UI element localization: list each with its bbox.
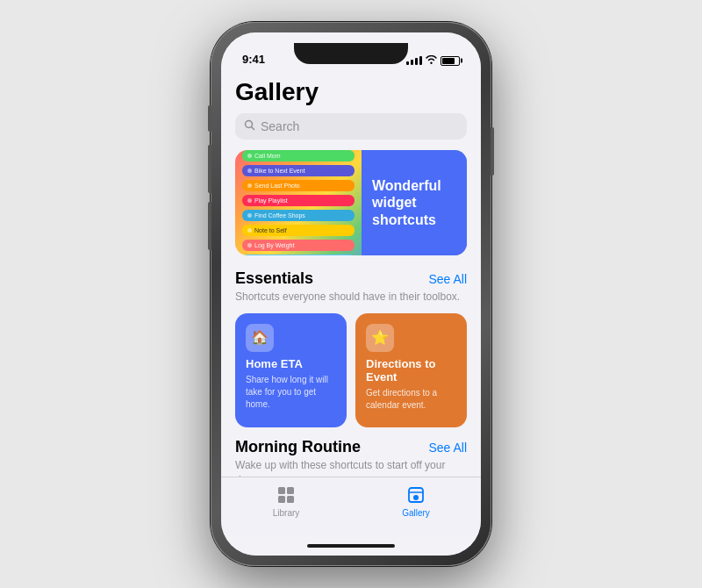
screen-content[interactable]: Gallery Search SHORTCUTS (221, 71, 481, 477)
gallery-icon (405, 484, 426, 506)
home-eta-icon: 🏠 (246, 324, 274, 352)
morning-routine-title: Morning Routine (235, 438, 361, 456)
morning-routine-desc: Wake up with these shortcuts to start of… (235, 458, 467, 477)
wifi-icon (426, 55, 437, 66)
status-icons (406, 55, 460, 66)
phone-frame: 9:41 (211, 22, 491, 566)
hero-title: Wonderful widget shortcuts (372, 177, 456, 228)
search-placeholder: Search (261, 119, 299, 133)
home-bar (307, 544, 395, 548)
volume-up-button (208, 145, 211, 193)
essentials-header: Essentials See All (235, 269, 467, 288)
hero-shortcuts-preview: SHORTCUTS Show Less Call Mom Bike to Nex… (235, 150, 362, 255)
search-bar[interactable]: Search (235, 113, 467, 140)
shortcut-pill: Bike to Next Event (242, 165, 355, 176)
morning-routine-header: Morning Routine See All (235, 438, 467, 456)
battery-icon (441, 56, 460, 66)
shortcut-pill: Remind Me Later (242, 255, 355, 256)
page-title: Gallery (221, 71, 481, 113)
tab-bar: Library Gallery (221, 477, 481, 536)
essentials-see-all[interactable]: See All (428, 272, 467, 286)
volume-down-button (208, 202, 211, 250)
essentials-title: Essentials (235, 269, 313, 288)
mute-button (208, 105, 211, 132)
phone-body: 9:41 (211, 22, 491, 566)
phone-screen: 9:41 (221, 32, 481, 556)
essentials-cards: 🏠 Home ETA Share how long it will take f… (235, 313, 467, 427)
tab-gallery[interactable]: Gallery (351, 484, 481, 518)
directions-card[interactable]: ⭐ Directions to Event Get directions to … (355, 313, 467, 427)
shortcut-pill: Play Playlist (242, 195, 355, 206)
power-button (491, 127, 494, 176)
svg-rect-2 (287, 487, 294, 494)
svg-point-7 (413, 495, 419, 500)
signal-icon (406, 56, 422, 65)
essentials-description: Shortcuts everyone should have in their … (235, 290, 467, 305)
essentials-section: Essentials See All Shortcuts everyone sh… (221, 269, 481, 438)
library-icon (276, 484, 297, 506)
shortcut-pill: Send Last Photo (242, 180, 355, 191)
home-eta-desc: Share how long it will take for you to g… (246, 374, 336, 411)
home-indicator (221, 536, 481, 556)
hero-text-area: Wonderful widget shortcuts (362, 150, 467, 255)
home-eta-title: Home ETA (246, 357, 336, 370)
shortcut-pill: Note to Self (242, 225, 355, 236)
status-time: 9:41 (242, 53, 265, 66)
tab-library[interactable]: Library (221, 484, 351, 518)
morning-routine-see-all[interactable]: See All (428, 441, 467, 455)
hero-banner[interactable]: SHORTCUTS Show Less Call Mom Bike to Nex… (235, 150, 467, 255)
search-icon (244, 119, 255, 133)
morning-routine-section: Morning Routine See All Wake up with the… (221, 438, 481, 477)
shortcut-pill: Call Mom (242, 150, 355, 161)
home-eta-card[interactable]: 🏠 Home ETA Share how long it will take f… (235, 313, 347, 427)
svg-rect-4 (287, 496, 294, 503)
library-label: Library (273, 508, 300, 518)
svg-rect-1 (278, 487, 285, 494)
notch (294, 43, 408, 64)
svg-rect-3 (278, 496, 285, 503)
directions-title: Directions to Event (366, 357, 456, 384)
gallery-label: Gallery (402, 508, 430, 518)
shortcut-pill: Log By Weight (242, 240, 355, 251)
directions-icon: ⭐ (366, 324, 394, 352)
shortcut-pill: Find Coffee Shops (242, 210, 355, 221)
directions-desc: Get directions to a calendar event. (366, 387, 456, 412)
